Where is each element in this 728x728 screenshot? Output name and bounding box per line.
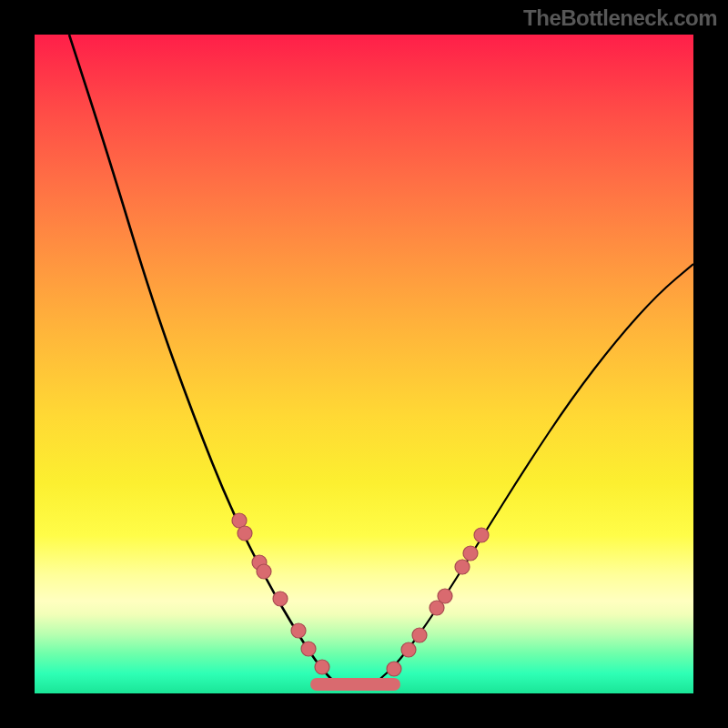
marker-dot (387, 662, 401, 676)
right-curve (374, 264, 693, 684)
marker-dot (474, 528, 489, 542)
plot-area (35, 35, 693, 693)
marker-dot (455, 560, 470, 574)
marker-dot (291, 623, 306, 638)
marker-cluster-left (232, 513, 329, 674)
marker-dot (438, 589, 452, 603)
watermark-text: TheBottleneck.com (523, 5, 717, 31)
marker-dot (315, 660, 329, 674)
marker-dot (238, 526, 252, 541)
chart-frame: TheBottleneck.com (0, 0, 728, 728)
marker-dot (401, 642, 416, 657)
marker-dot (412, 628, 427, 642)
chart-svg (35, 35, 693, 693)
marker-cluster-right (387, 528, 489, 676)
marker-dot (273, 592, 288, 606)
left-curve (69, 35, 337, 684)
marker-dot (257, 564, 271, 579)
marker-dot (301, 642, 316, 656)
marker-dot (463, 546, 478, 561)
